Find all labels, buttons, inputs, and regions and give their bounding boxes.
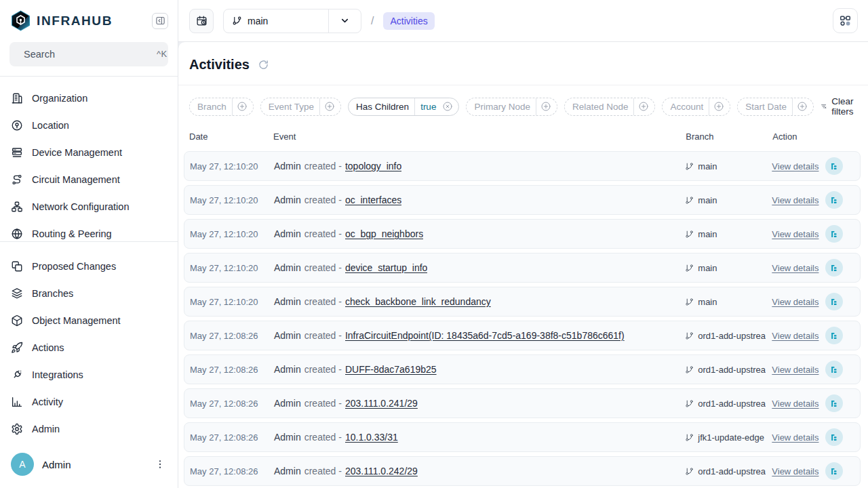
schema-visualizer-button[interactable]	[833, 8, 858, 33]
sidebar-item[interactable]: Branches	[5, 280, 172, 307]
activity-branch: ord1-add-upstrea	[685, 365, 772, 375]
activity-object-link[interactable]: oc_interfaces	[345, 195, 401, 205]
add-filter-icon[interactable]	[638, 101, 649, 112]
sidebar-item-label: Admin	[32, 424, 60, 434]
view-hierarchy-button[interactable]	[825, 394, 843, 412]
filter-chip[interactable]: Event Type	[260, 98, 341, 116]
date-picker-button[interactable]	[189, 9, 214, 33]
clear-filters-button[interactable]: Clear filters	[821, 96, 858, 117]
collapse-sidebar-button[interactable]	[152, 13, 168, 29]
sidebar-item[interactable]: Activity	[5, 388, 172, 415]
view-details-link[interactable]: View details	[772, 399, 818, 409]
add-filter-icon[interactable]	[324, 101, 335, 112]
remove-filter-icon[interactable]	[442, 101, 453, 112]
add-filter-icon[interactable]	[797, 101, 808, 112]
activity-event: Admin created - 10.1.0.33/31	[274, 432, 685, 443]
user-menu-button[interactable]	[153, 455, 167, 474]
activity-actions: View details	[772, 157, 852, 175]
view-details-link[interactable]: View details	[772, 297, 818, 307]
filter-chip[interactable]: Branch	[189, 98, 254, 116]
sidebar-item[interactable]: Organization	[5, 85, 172, 112]
activity-actions: View details	[772, 361, 852, 378]
activity-branch-name: main	[698, 161, 717, 171]
activity-branch-name: jfk1-update-edge	[698, 432, 764, 443]
sidebar-header: INFRAHUB	[0, 0, 178, 39]
app-logo[interactable]: INFRAHUB	[11, 10, 152, 31]
filter-chip[interactable]: Has Children true	[348, 98, 459, 116]
sidebar-item[interactable]: Proposed Changes	[5, 253, 172, 280]
avatar: A	[11, 453, 34, 476]
user-menu: A Admin	[0, 443, 178, 488]
view-hierarchy-button[interactable]	[825, 327, 843, 344]
view-hierarchy-button[interactable]	[825, 191, 843, 209]
activity-row: May 27, 12:10:20 Admin created - topolog…	[184, 151, 861, 181]
activity-object-link[interactable]: topology_info	[345, 161, 401, 171]
refresh-icon	[258, 59, 269, 70]
view-hierarchy-button[interactable]	[825, 157, 843, 175]
activity-object-link[interactable]: DUFF-8dac7a619b25	[345, 364, 437, 375]
infrahub-logo-icon	[11, 10, 31, 31]
tree-hierarchy-icon	[830, 365, 839, 374]
activity-date: May 27, 12:10:20	[190, 263, 274, 273]
view-hierarchy-button[interactable]	[825, 259, 843, 277]
activity-event: Admin created - 203.111.0.241/29	[274, 398, 685, 409]
activity-object-link[interactable]: 10.1.0.33/31	[345, 432, 398, 443]
sidebar-item[interactable]: Location	[5, 112, 172, 139]
sidebar-item-label: Organization	[32, 93, 87, 104]
activity-object-link[interactable]: check_backbone_link_redundancy	[345, 296, 491, 307]
view-hierarchy-button[interactable]	[825, 293, 843, 310]
sidebar-menu-primary: Organization Location Device Management …	[0, 77, 178, 241]
view-hierarchy-button[interactable]	[825, 462, 843, 480]
sidebar-item[interactable]: Integrations	[5, 361, 172, 388]
view-details-link[interactable]: View details	[772, 229, 818, 239]
activity-actor: Admin	[274, 432, 301, 443]
filter-chip[interactable]: Account	[662, 98, 730, 116]
sidebar-item[interactable]: Circuit Management	[5, 166, 172, 193]
activity-list: May 27, 12:10:20 Admin created - topolog…	[184, 151, 861, 488]
branch-selector[interactable]: main	[223, 9, 361, 33]
search-input-wrapper[interactable]: ^K	[9, 42, 168, 66]
branch-selector-toggle[interactable]	[328, 9, 361, 33]
activity-actor: Admin	[274, 330, 301, 341]
activity-date: May 27, 12:10:20	[190, 195, 274, 205]
view-details-link[interactable]: View details	[772, 466, 818, 476]
activity-object-link[interactable]: device_startup_info	[345, 262, 427, 273]
activity-object-link[interactable]: 203.111.0.242/29	[345, 466, 418, 476]
activity-object-link[interactable]: InfraCircuitEndpoint(ID: 18435a6d-7cd5-a…	[345, 330, 625, 341]
sidebar-item[interactable]: Admin	[5, 415, 172, 443]
view-details-link[interactable]: View details	[772, 195, 818, 205]
activity-actor: Admin	[274, 398, 301, 409]
view-details-link[interactable]: View details	[772, 432, 818, 443]
filter-chip[interactable]: Start Date	[737, 98, 814, 116]
sidebar-item[interactable]: Routing & Peering	[5, 220, 172, 241]
filter-bar: Branch Event Type	[178, 85, 868, 125]
breadcrumb-current[interactable]: Activities	[383, 12, 434, 30]
view-hierarchy-button[interactable]	[825, 361, 843, 378]
activity-event: Admin created - 203.111.0.242/29	[274, 466, 685, 476]
activity-event: Admin created - oc_bgp_neighbors	[274, 228, 685, 239]
activity-branch: ord1-add-upstrea	[685, 399, 772, 409]
sidebar-item[interactable]: Object Management	[5, 307, 172, 334]
tree-hierarchy-icon	[830, 298, 839, 306]
tree-hierarchy-icon	[830, 230, 839, 239]
activity-object-link[interactable]: 203.111.0.241/29	[345, 398, 418, 409]
sidebar-item[interactable]: Device Management	[5, 139, 172, 166]
view-details-link[interactable]: View details	[772, 331, 818, 341]
refresh-button[interactable]	[258, 59, 269, 70]
view-details-link[interactable]: View details	[772, 263, 818, 273]
add-filter-icon[interactable]	[237, 101, 248, 112]
activity-object-link[interactable]: oc_bgp_neighbors	[345, 228, 423, 239]
add-filter-icon[interactable]	[540, 101, 551, 112]
breadcrumb-separator: /	[371, 15, 374, 27]
sidebar-item[interactable]: Actions	[5, 334, 172, 361]
filter-chip[interactable]: Primary Node	[466, 98, 557, 116]
sidebar-item[interactable]: Network Configuration	[5, 193, 172, 220]
view-hierarchy-button[interactable]	[825, 428, 843, 446]
view-details-link[interactable]: View details	[772, 365, 818, 375]
filter-chip[interactable]: Related Node	[564, 98, 656, 116]
activity-actor: Admin	[274, 364, 301, 375]
view-hierarchy-button[interactable]	[825, 225, 843, 243]
add-filter-icon[interactable]	[713, 101, 724, 112]
search-input[interactable]	[24, 49, 151, 60]
view-details-link[interactable]: View details	[772, 161, 818, 171]
